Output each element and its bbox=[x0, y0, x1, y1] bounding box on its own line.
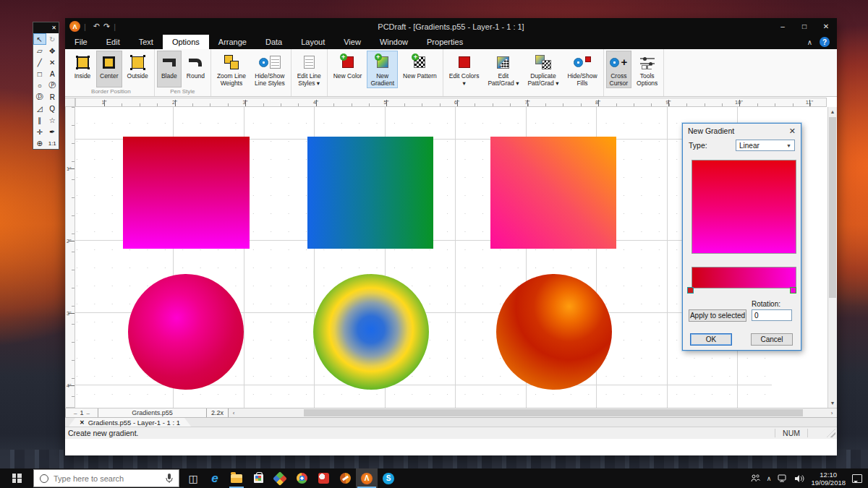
titlebar[interactable]: Λ | ↶ ↷ | PCDraft - [Gradients.p55 - Lay… bbox=[65, 18, 837, 35]
taskbar-icon-pcdraft[interactable]: Λ bbox=[356, 468, 378, 488]
taskbar-icon-store[interactable] bbox=[247, 468, 269, 488]
ribbon-button-new-color[interactable]: +New Color bbox=[330, 51, 366, 88]
tool-bezier[interactable]: Q bbox=[46, 103, 59, 114]
tray-expand-icon[interactable]: ∧ bbox=[767, 475, 772, 482]
menu-file[interactable]: File bbox=[65, 35, 97, 49]
microphone-icon[interactable] bbox=[166, 474, 173, 484]
ribbon-button-zoom-line-weights[interactable]: Zoom Line Weights bbox=[213, 51, 250, 88]
vertical-scrollbar[interactable]: ▲ ▼ bbox=[827, 107, 837, 408]
taskbar-search[interactable] bbox=[33, 469, 179, 487]
app-logo-icon[interactable]: Λ bbox=[69, 21, 80, 32]
tool-freeform-polygon[interactable]: ◿ bbox=[33, 103, 46, 114]
tool-diameter-circle[interactable]: Ⓓ bbox=[33, 91, 46, 103]
ribbon-button-tools-options[interactable]: Tools Options bbox=[633, 51, 661, 88]
ribbon-button-inside[interactable]: Inside bbox=[70, 51, 95, 87]
menu-options[interactable]: Options bbox=[163, 35, 209, 49]
people-icon[interactable] bbox=[751, 474, 760, 482]
ribbon-button-duplicate-patt-grad[interactable]: Duplicate Patt/Grad ▾ bbox=[524, 51, 562, 88]
tool-symbol[interactable]: ✛ bbox=[33, 126, 46, 137]
resize-grip[interactable] bbox=[827, 429, 835, 437]
menu-window[interactable]: Window bbox=[370, 35, 417, 49]
tool-parallel-lines[interactable]: ∥ bbox=[33, 114, 46, 126]
scroll-up-icon[interactable]: ▲ bbox=[828, 107, 837, 116]
network-icon[interactable] bbox=[778, 474, 788, 482]
search-input[interactable] bbox=[54, 474, 161, 483]
taskbar-icon-chrome[interactable] bbox=[291, 468, 312, 488]
ribbon-button-round[interactable]: Round bbox=[183, 51, 208, 87]
tool-text[interactable]: A bbox=[46, 68, 59, 80]
dialog-titlebar[interactable]: New Gradient ✕ bbox=[683, 124, 801, 138]
gradient-circle-orange-red[interactable] bbox=[496, 274, 612, 390]
ribbon-button-edit-line-styles[interactable]: Edit Line Styles ▾ bbox=[294, 51, 325, 88]
tool-star[interactable]: ☆ bbox=[46, 114, 59, 126]
tab-close-icon[interactable]: ✕ bbox=[80, 419, 85, 426]
gradient-rect-red-magenta[interactable] bbox=[123, 137, 250, 249]
menu-layout[interactable]: Layout bbox=[292, 35, 334, 49]
tool-radius-arc[interactable]: R bbox=[46, 91, 59, 103]
ribbon-button-outside[interactable]: Outside bbox=[124, 51, 152, 87]
horizontal-scrollbar[interactable] bbox=[239, 408, 827, 417]
page-navigator[interactable]: – 1 – bbox=[65, 408, 98, 417]
tool-reshape[interactable]: ▱ bbox=[33, 45, 46, 56]
tool-palette-titlebar[interactable]: ✕ bbox=[33, 22, 59, 33]
action-center-icon[interactable] bbox=[852, 474, 862, 483]
dialog-close-icon[interactable]: ✕ bbox=[789, 127, 796, 136]
drawing-canvas[interactable] bbox=[75, 107, 772, 425]
menu-data[interactable]: Data bbox=[256, 35, 292, 49]
start-button[interactable] bbox=[0, 468, 33, 488]
menu-arrange[interactable]: Arrange bbox=[209, 35, 256, 49]
close-button[interactable]: ✕ bbox=[815, 18, 837, 35]
ribbon-button-new-pattern[interactable]: +New Pattern bbox=[399, 51, 441, 88]
ok-button[interactable]: OK bbox=[690, 333, 732, 346]
collapse-ribbon-icon[interactable]: ∧ bbox=[807, 38, 812, 46]
scroll-down-icon[interactable]: ▼ bbox=[828, 398, 837, 408]
menu-edit[interactable]: Edit bbox=[97, 35, 129, 49]
tool-select[interactable]: ↖ bbox=[33, 33, 46, 45]
taskbar-icon-drawing-app[interactable] bbox=[312, 468, 334, 488]
menu-text[interactable]: Text bbox=[129, 35, 163, 49]
ribbon-button-hide-show-fills[interactable]: Hide/Show Fills bbox=[563, 51, 600, 88]
ribbon-button-new-gradient[interactable]: +New Gradient bbox=[367, 51, 398, 88]
tool-rotate[interactable]: ↻ bbox=[46, 33, 59, 45]
zoom-level-box[interactable]: 2.2x bbox=[207, 408, 229, 417]
taskbar-icon-skype[interactable]: S bbox=[378, 468, 399, 488]
cancel-button[interactable]: Cancel bbox=[751, 333, 793, 346]
taskbar-icon-compass-app[interactable] bbox=[334, 468, 356, 488]
vertical-scroll-thumb[interactable] bbox=[829, 117, 836, 298]
volume-icon[interactable] bbox=[794, 474, 804, 483]
gradient-stop-left[interactable] bbox=[687, 287, 694, 294]
ribbon-button-blade[interactable]: Blade bbox=[157, 51, 182, 87]
tool-eyedropper[interactable]: ✒ bbox=[46, 126, 59, 137]
gradient-circle-magenta-red[interactable] bbox=[128, 274, 244, 390]
gradient-circle-blue-yellow-green[interactable] bbox=[313, 274, 429, 390]
ribbon-button-hide-show-line-styles[interactable]: Hide/Show Line Styles bbox=[251, 51, 289, 88]
ribbon-button-edit-patt-grad[interactable]: Edit Patt/Grad ▾ bbox=[484, 51, 522, 88]
rotation-input[interactable] bbox=[752, 309, 792, 321]
palette-close-icon[interactable]: ✕ bbox=[51, 25, 56, 31]
page-next-button[interactable]: – bbox=[87, 410, 90, 416]
minimize-button[interactable]: – bbox=[772, 18, 793, 35]
redo-icon[interactable]: ↷ bbox=[103, 22, 110, 30]
gradient-stop-right[interactable] bbox=[790, 287, 796, 294]
scroll-left-icon[interactable]: ‹ bbox=[229, 410, 239, 416]
tool-edit-points[interactable]: ✕ bbox=[46, 56, 59, 68]
page-prev-button[interactable]: – bbox=[74, 410, 77, 416]
apply-to-selected-button[interactable]: Apply to selected bbox=[689, 309, 746, 322]
taskbar-icon-file-explorer[interactable] bbox=[226, 468, 247, 488]
tool-line[interactable]: ╱ bbox=[33, 56, 46, 68]
taskbar-clock[interactable]: 12:10 19/09/2018 bbox=[811, 471, 846, 487]
tool-scale-1-1[interactable]: 1:1 bbox=[46, 137, 59, 149]
document-name-box[interactable]: Gradients.p55 bbox=[98, 408, 207, 417]
menu-view[interactable]: View bbox=[334, 35, 370, 49]
taskbar-icon-task-view[interactable]: ◫ bbox=[182, 468, 204, 488]
taskbar-icon-paint[interactable] bbox=[269, 468, 291, 488]
scroll-right-icon[interactable]: › bbox=[827, 410, 837, 416]
tool-ellipse[interactable]: ○ bbox=[33, 80, 46, 91]
ribbon-button-cross-cursor[interactable]: +Cross Cursor bbox=[606, 51, 632, 88]
horizontal-scroll-thumb[interactable] bbox=[304, 409, 803, 416]
help-icon[interactable]: ? bbox=[820, 37, 830, 47]
gradient-type-select[interactable]: Linear ▼ bbox=[736, 140, 795, 151]
gradient-rect-blue-green[interactable] bbox=[307, 137, 433, 249]
tool-polygon[interactable]: Ⓟ bbox=[46, 80, 59, 91]
ribbon-button-center[interactable]: Center bbox=[96, 51, 122, 87]
